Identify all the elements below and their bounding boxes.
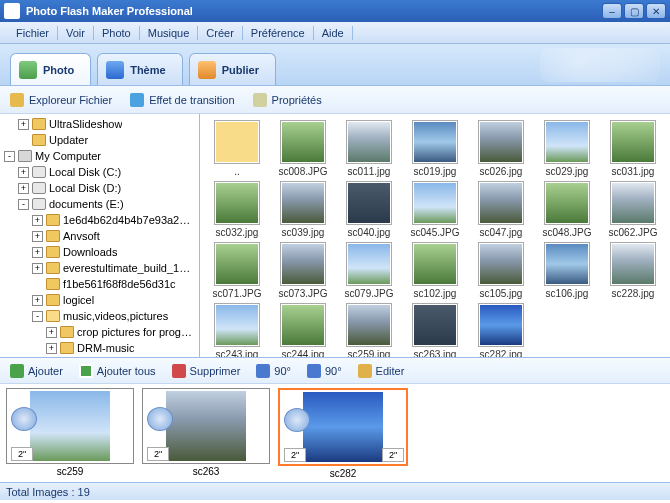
transition-globe-icon[interactable]	[284, 408, 310, 432]
expand-icon[interactable]: -	[32, 311, 43, 322]
tree-node[interactable]: +crop pictures for program	[0, 324, 199, 340]
tree-node[interactable]: -documents (E:)	[0, 196, 199, 212]
thumb-name: sc244.jpg	[282, 349, 325, 357]
tree-node[interactable]: +everestultimate_build_1996	[0, 260, 199, 276]
expand-icon[interactable]: +	[32, 231, 43, 242]
expand-icon[interactable]: +	[32, 295, 43, 306]
thumb-image	[480, 183, 522, 223]
timeline-item[interactable]: 2"2"sc282	[278, 388, 408, 479]
menu-voir[interactable]: Voir	[58, 27, 93, 39]
thumb-image	[216, 305, 258, 345]
thumbnail[interactable]: sc008.JPG	[272, 120, 334, 177]
properties-button[interactable]: Propriétés	[253, 93, 322, 107]
menu-créer[interactable]: Créer	[198, 27, 242, 39]
thumbnail[interactable]: sc228.jpg	[602, 242, 664, 299]
edit-button[interactable]: Editer	[358, 364, 405, 378]
comp-icon	[18, 150, 32, 162]
duration-label[interactable]: 2"	[11, 447, 33, 461]
thumb-name: sc026.jpg	[480, 166, 523, 177]
explorer-button[interactable]: Exploreur Fichier	[10, 93, 112, 107]
menu-fichier[interactable]: Fichier	[8, 27, 57, 39]
tree-node[interactable]: Updater	[0, 132, 199, 148]
tree-node[interactable]: +Downloads	[0, 244, 199, 260]
add-button[interactable]: Ajouter	[10, 364, 63, 378]
thumbnail[interactable]: sc029.jpg	[536, 120, 598, 177]
minimize-button[interactable]: –	[602, 3, 622, 19]
expand-icon[interactable]: +	[46, 343, 57, 354]
thumbnail[interactable]: sc105.jpg	[470, 242, 532, 299]
thumbnail[interactable]: sc263.jpg	[404, 303, 466, 357]
tab-photo[interactable]: Photo	[10, 53, 91, 85]
tree-label: logicel	[63, 294, 94, 306]
transition-globe-icon[interactable]	[147, 407, 173, 431]
tree-node[interactable]: +music	[0, 356, 199, 357]
sub-toolbar: Exploreur Fichier Effet de transition Pr…	[0, 86, 670, 114]
timeline-strip[interactable]: 2"sc2592"sc2632"2"sc282	[0, 384, 670, 482]
timeline-item[interactable]: 2"sc263	[142, 388, 270, 477]
thumbnail[interactable]: sc073.JPG	[272, 242, 334, 299]
expand-icon[interactable]: +	[32, 215, 43, 226]
thumb-name: sc263.jpg	[414, 349, 457, 357]
plus-icon	[10, 364, 24, 378]
tree-node[interactable]: +DRM-music	[0, 340, 199, 356]
thumbnail[interactable]: sc071.JPG	[206, 242, 268, 299]
thumbnail[interactable]: sc032.jpg	[206, 181, 268, 238]
addall-button[interactable]: Ajouter tous	[79, 364, 156, 378]
thumbnail[interactable]: sc019.jpg	[404, 120, 466, 177]
tree-node[interactable]: -My Computer	[0, 148, 199, 164]
thumbnail[interactable]: sc011.jpg	[338, 120, 400, 177]
menu-photo[interactable]: Photo	[94, 27, 139, 39]
timeline-item[interactable]: 2"sc259	[6, 388, 134, 477]
transition-button[interactable]: Effet de transition	[130, 93, 234, 107]
tab-publier[interactable]: Publier	[189, 53, 276, 85]
tab-thème[interactable]: Thème	[97, 53, 182, 85]
thumbnail[interactable]: sc026.jpg	[470, 120, 532, 177]
tree-node[interactable]: +UltraSlideshow	[0, 116, 199, 132]
thumbnail[interactable]: ..	[206, 120, 268, 177]
expand-icon[interactable]: +	[32, 263, 43, 274]
thumbnail[interactable]: sc106.jpg	[536, 242, 598, 299]
thumbnail[interactable]: sc039.jpg	[272, 181, 334, 238]
thumbnail[interactable]: sc031.jpg	[602, 120, 664, 177]
tree-node[interactable]: +Anvsoft	[0, 228, 199, 244]
thumbnail[interactable]: sc243.jpg	[206, 303, 268, 357]
expand-icon[interactable]: -	[4, 151, 15, 162]
expand-icon[interactable]: +	[18, 167, 29, 178]
folder-tree[interactable]: +UltraSlideshowUpdater-My Computer+Local…	[0, 114, 200, 357]
tree-node[interactable]: +Local Disk (D:)	[0, 180, 199, 196]
thumbnail[interactable]: sc040.jpg	[338, 181, 400, 238]
tree-node[interactable]: +1e6d4b62d4b4b7e93a28e26	[0, 212, 199, 228]
thumbnail[interactable]: sc282.jpg	[470, 303, 532, 357]
thumbnail[interactable]: sc048.JPG	[536, 181, 598, 238]
maximize-button[interactable]: ▢	[624, 3, 644, 19]
tree-node[interactable]: -music,videos,pictures	[0, 308, 199, 324]
rotate-cw-button[interactable]: 90°	[307, 364, 342, 378]
thumbnail[interactable]: sc079.JPG	[338, 242, 400, 299]
thumbnails-pane[interactable]: ..sc008.JPGsc011.jpgsc019.jpgsc026.jpgsc…	[200, 114, 670, 357]
expand-icon[interactable]: +	[18, 183, 29, 194]
thumbnail[interactable]: sc045.JPG	[404, 181, 466, 238]
tree-node[interactable]: +logicel	[0, 292, 199, 308]
duration-label[interactable]: 2"	[284, 448, 306, 462]
menu-aide[interactable]: Aide	[314, 27, 352, 39]
delete-button[interactable]: Supprimer	[172, 364, 241, 378]
thumbnail[interactable]: sc244.jpg	[272, 303, 334, 357]
expand-icon[interactable]: -	[18, 199, 29, 210]
thumbnail[interactable]: sc047.jpg	[470, 181, 532, 238]
tree-node[interactable]: f1be561f68f8de56d31c	[0, 276, 199, 292]
thumbnail[interactable]: sc259.jpg	[338, 303, 400, 357]
menu-musique[interactable]: Musique	[140, 27, 198, 39]
expand-icon[interactable]: +	[18, 119, 29, 130]
thumbnail[interactable]: sc102.jpg	[404, 242, 466, 299]
tree-label: 1e6d4b62d4b4b7e93a28e26	[63, 214, 195, 226]
expand-icon[interactable]: +	[32, 247, 43, 258]
tree-node[interactable]: +Local Disk (C:)	[0, 164, 199, 180]
menu-préférence[interactable]: Préférence	[243, 27, 313, 39]
rotate-ccw-button[interactable]: 90°	[256, 364, 291, 378]
duration-label-2[interactable]: 2"	[382, 448, 404, 462]
thumbnail[interactable]: sc062.JPG	[602, 181, 664, 238]
duration-label[interactable]: 2"	[147, 447, 169, 461]
close-button[interactable]: ✕	[646, 3, 666, 19]
expand-icon[interactable]: +	[46, 327, 57, 338]
transition-globe-icon[interactable]	[11, 407, 37, 431]
